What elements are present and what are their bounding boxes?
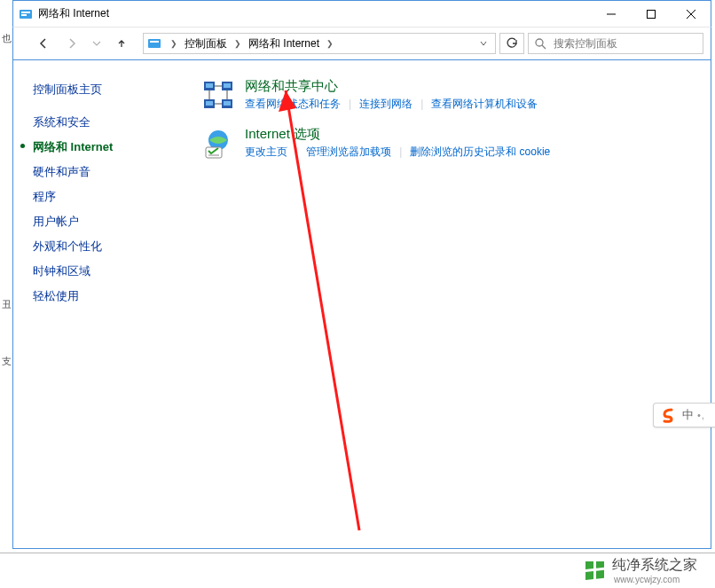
watermark-name: 纯净系统之家: [612, 557, 697, 573]
sidebar-item-user-accounts[interactable]: 用户帐户: [13, 209, 186, 234]
svg-rect-17: [206, 101, 213, 106]
svg-rect-28: [585, 561, 593, 569]
sidebar: 控制面板主页 系统和安全 网络和 Internet 硬件和声音 程序 用户帐户 …: [13, 60, 186, 548]
watermark-url: www.ycwjzy.com: [614, 575, 697, 584]
link-delete-history[interactable]: 删除浏览的历史记录和 cookie: [410, 145, 550, 158]
main-panel: 网络和共享中心 查看网络状态和任务|连接到网络|查看网络计算机和设备 Inter…: [186, 60, 711, 548]
category-links: 更改主页|管理浏览器加载项|删除浏览的历史记录和 cookie: [245, 145, 550, 160]
maximize-button[interactable]: [631, 1, 671, 27]
link-connect-network[interactable]: 连接到网络: [359, 98, 412, 110]
breadcrumb-current[interactable]: 网络和 Internet: [247, 36, 321, 51]
chevron-right-icon[interactable]: ❯: [321, 39, 339, 48]
svg-rect-15: [206, 83, 213, 88]
svg-rect-2: [21, 14, 27, 16]
chevron-right-icon[interactable]: ❯: [229, 39, 247, 48]
sidebar-item-system-security[interactable]: 系统和安全: [13, 110, 186, 135]
category-internet-options: Internet 选项 更改主页|管理浏览器加载项|删除浏览的历史记录和 coo…: [200, 126, 696, 161]
forward-button[interactable]: [59, 31, 84, 56]
footer-watermark: 纯净系统之家 www.ycwjzy.com: [0, 553, 715, 588]
search-icon: [534, 37, 546, 50]
svg-rect-1: [21, 12, 30, 13]
chevron-right-icon[interactable]: ❯: [165, 39, 183, 48]
sidebar-item-hardware-sound[interactable]: 硬件和声音: [13, 160, 186, 184]
app-icon: [19, 7, 33, 21]
watermark-logo-icon: [585, 561, 605, 581]
svg-rect-31: [596, 569, 604, 578]
ime-mode-label: 中: [682, 407, 694, 423]
search-box[interactable]: [528, 33, 703, 54]
address-dropdown-icon[interactable]: [475, 35, 491, 51]
internet-options-icon: [200, 126, 236, 161]
sogou-logo-icon: [659, 406, 677, 424]
window-title: 网络和 Internet: [38, 6, 591, 21]
svg-rect-8: [150, 41, 159, 43]
ime-more-icon[interactable]: •,: [694, 410, 709, 420]
svg-rect-4: [647, 10, 655, 18]
minimize-button[interactable]: [591, 1, 631, 27]
link-view-network-devices[interactable]: 查看网络计算机和设备: [431, 98, 538, 110]
address-bar[interactable]: ❯ 控制面板 ❯ 网络和 Internet ❯: [143, 33, 496, 54]
recent-locations-button[interactable]: [84, 31, 109, 56]
svg-line-10: [542, 45, 546, 49]
left-edge-artifact: 也 丑 支: [0, 0, 12, 550]
back-button[interactable]: [31, 31, 56, 56]
link-change-homepage[interactable]: 更改主页: [245, 145, 287, 158]
category-title[interactable]: Internet 选项: [245, 126, 550, 143]
sidebar-item-appearance[interactable]: 外观和个性化: [13, 234, 186, 259]
content-area: 控制面板主页 系统和安全 网络和 Internet 硬件和声音 程序 用户帐户 …: [12, 60, 711, 549]
search-input[interactable]: [552, 36, 697, 51]
refresh-button[interactable]: [499, 33, 524, 54]
network-sharing-icon: [200, 78, 236, 114]
sidebar-heading[interactable]: 控制面板主页: [13, 82, 186, 110]
category-title[interactable]: 网络和共享中心: [245, 78, 538, 95]
window-titlebar: 网络和 Internet: [12, 0, 711, 27]
category-links: 查看网络状态和任务|连接到网络|查看网络计算机和设备: [245, 97, 538, 112]
sidebar-item-programs[interactable]: 程序: [13, 184, 186, 209]
sidebar-item-network-internet[interactable]: 网络和 Internet: [13, 135, 186, 160]
up-button[interactable]: [109, 31, 134, 56]
svg-rect-16: [224, 83, 231, 88]
sidebar-item-clock-region[interactable]: 时钟和区域: [13, 259, 186, 284]
svg-rect-29: [596, 561, 604, 568]
link-view-network-status[interactable]: 查看网络状态和任务: [245, 98, 341, 110]
category-network-sharing: 网络和共享中心 查看网络状态和任务|连接到网络|查看网络计算机和设备: [200, 78, 696, 114]
svg-rect-7: [148, 39, 161, 48]
svg-rect-30: [585, 571, 593, 580]
location-icon: [147, 36, 161, 51]
breadcrumb-root[interactable]: 控制面板: [183, 36, 229, 51]
close-button[interactable]: [671, 1, 711, 27]
link-manage-addons[interactable]: 管理浏览器加载项: [306, 145, 391, 158]
svg-point-9: [536, 39, 543, 46]
ime-indicator[interactable]: 中 •,: [653, 403, 715, 427]
sidebar-item-ease-of-access[interactable]: 轻松使用: [13, 284, 186, 309]
svg-rect-18: [224, 101, 231, 106]
navigation-bar: ❯ 控制面板 ❯ 网络和 Internet ❯: [12, 27, 711, 60]
